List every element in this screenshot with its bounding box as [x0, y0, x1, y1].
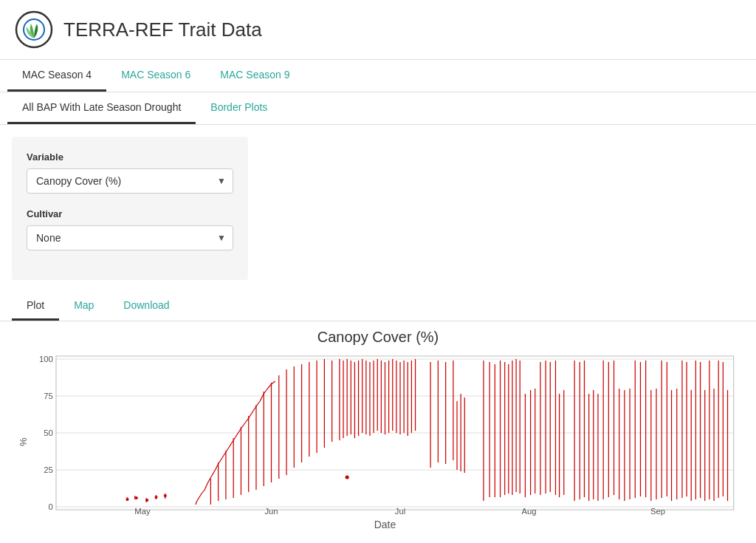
- tab-mac9[interactable]: MAC Season 9: [205, 60, 304, 92]
- svg-text:0: 0: [49, 502, 53, 511]
- svg-point-0: [16, 12, 52, 47]
- svg-text:Jun: Jun: [264, 507, 278, 516]
- season-tabs: MAC Season 4 MAC Season 6 MAC Season 9: [0, 60, 756, 92]
- tab-map[interactable]: Map: [59, 292, 109, 321]
- x-axis-label: Date: [29, 519, 741, 530]
- svg-text:75: 75: [44, 392, 53, 400]
- svg-text:May: May: [134, 507, 151, 516]
- chart-container: Canopy Cover (%) % 100 75 50 25 0 May Ju…: [0, 329, 756, 543]
- svg-point-121: [154, 496, 157, 499]
- variable-select[interactable]: Canopy Cover (%) Plant Height Leaf Area …: [27, 168, 233, 194]
- chart-area: 100 75 50 25 0 May Jun Jul Aug Sep: [29, 353, 741, 530]
- variable-label: Variable: [27, 151, 233, 163]
- svg-text:Jul: Jul: [395, 507, 405, 516]
- tab-download[interactable]: Download: [109, 292, 184, 321]
- tab-allbap[interactable]: All BAP With Late Season Drought: [7, 92, 196, 124]
- variable-select-wrapper: Canopy Cover (%) Plant Height Leaf Area …: [27, 168, 233, 194]
- header: TERRA-REF Trait Data: [0, 0, 756, 60]
- app-logo: [15, 10, 53, 49]
- svg-text:100: 100: [39, 355, 53, 363]
- svg-text:25: 25: [44, 465, 53, 474]
- view-tabs: Plot Map Download: [0, 292, 756, 321]
- tab-mac6[interactable]: MAC Season 6: [106, 60, 205, 92]
- svg-text:Sep: Sep: [650, 507, 665, 516]
- controls-panel: Variable Canopy Cover (%) Plant Height L…: [12, 137, 248, 280]
- sub-tabs: All BAP With Late Season Drought Border …: [0, 92, 756, 125]
- tab-border[interactable]: Border Plots: [196, 92, 282, 124]
- svg-text:50: 50: [44, 428, 53, 437]
- svg-point-60: [346, 476, 349, 479]
- svg-text:Aug: Aug: [522, 507, 537, 516]
- y-axis-label: %: [15, 353, 29, 530]
- svg-point-120: [145, 499, 148, 502]
- chart-svg: 100 75 50 25 0 May Jun Jul Aug Sep: [29, 353, 741, 516]
- chart-title: Canopy Cover (%): [15, 329, 741, 346]
- tab-mac4[interactable]: MAC Season 4: [7, 60, 106, 92]
- svg-point-118: [126, 498, 128, 501]
- svg-point-119: [135, 496, 138, 499]
- tab-plot[interactable]: Plot: [12, 292, 59, 321]
- app-title: TERRA-REF Trait Data: [63, 18, 262, 41]
- chart-wrapper: % 100 75 50 25 0 May Jun Jul Aug: [15, 353, 741, 530]
- svg-point-122: [164, 494, 167, 497]
- cultivar-select[interactable]: None Cultivar A Cultivar B: [27, 225, 233, 250]
- cultivar-label: Cultivar: [27, 208, 233, 219]
- cultivar-select-wrapper: None Cultivar A Cultivar B ▼: [27, 225, 233, 250]
